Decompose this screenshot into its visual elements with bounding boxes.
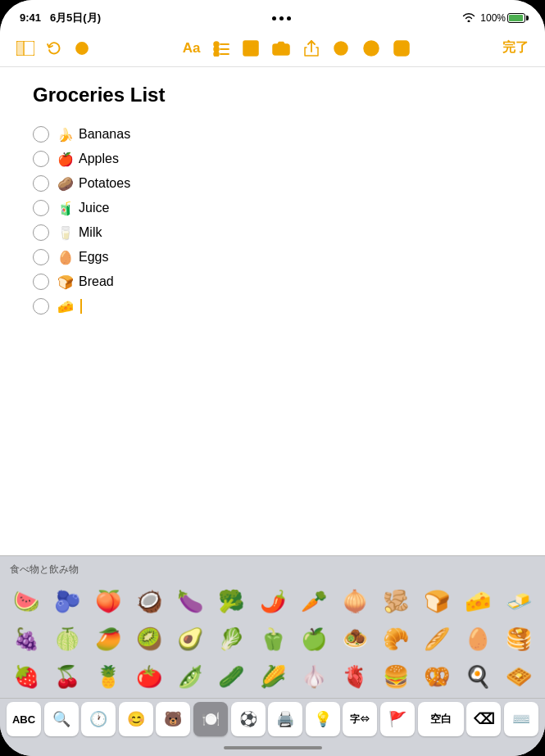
emoji-bread2[interactable]: 🍞: [417, 583, 456, 619]
text-format-icon[interactable]: Aa: [183, 40, 201, 57]
share-icon[interactable]: [303, 40, 320, 57]
emoji-pineapple[interactable]: 🍍: [89, 659, 128, 695]
status-dots: [272, 16, 291, 20]
item-text-bananas: 🍌 Bananas: [57, 127, 130, 143]
food-button[interactable]: 🍽️: [193, 702, 228, 736]
delete-button[interactable]: ⌫: [466, 702, 501, 736]
emoji-avocado[interactable]: 🥑: [170, 621, 210, 657]
edit-icon[interactable]: [393, 40, 410, 57]
sports-icon: ⚽: [239, 710, 257, 728]
keyboard-bottom-bar: ABC 🔍 🕐 😊 🐻 🍽️ ⚽ 🖨️: [0, 698, 545, 740]
emoji-melon[interactable]: 🍈: [48, 621, 87, 657]
done-button[interactable]: 完了: [502, 39, 529, 57]
printer-button[interactable]: 🖨️: [268, 702, 302, 736]
emoji-pepper[interactable]: 🌶️: [252, 583, 292, 619]
emoji-bell-pepper[interactable]: 🫑: [252, 621, 292, 657]
checkbox-milk[interactable]: [33, 224, 49, 241]
toolbar: Aa: [0, 29, 545, 67]
emoji-anatomical-heart[interactable]: 🫀: [335, 659, 375, 695]
space-label: 空白: [430, 712, 452, 727]
symbols-label: 字⇔: [350, 713, 370, 727]
checkbox-apples[interactable]: [33, 151, 49, 167]
emoji-burger[interactable]: 🍔: [376, 659, 416, 695]
bulb-icon: 💡: [314, 710, 332, 728]
checklist-icon[interactable]: [213, 40, 229, 57]
redo-icon[interactable]: [74, 40, 90, 57]
checkbox-juice[interactable]: [33, 200, 49, 216]
checkbox-cheese[interactable]: [33, 298, 49, 315]
markup-icon[interactable]: [333, 40, 349, 57]
emoji-falafel[interactable]: 🧆: [335, 621, 375, 657]
abc-button[interactable]: ABC: [7, 702, 41, 736]
date-display: 6月5日(月): [50, 11, 101, 24]
emoji-coconut[interactable]: 🥥: [129, 583, 169, 619]
emoji-peach[interactable]: 🍑: [89, 583, 128, 619]
emoji-green-apple[interactable]: 🍏: [294, 621, 334, 657]
emoji-pretzel[interactable]: 🥨: [417, 659, 456, 695]
emoji-frying-pan[interactable]: 🍳: [458, 659, 497, 695]
emoji-cherries[interactable]: 🍒: [48, 659, 87, 695]
emoji-corn[interactable]: 🌽: [252, 659, 292, 695]
emoji-kiwi[interactable]: 🥝: [129, 621, 169, 657]
emoji-leafy[interactable]: 🥬: [211, 621, 251, 657]
checkbox-eggs[interactable]: [33, 249, 49, 265]
emoji-baguette[interactable]: 🥖: [417, 621, 456, 657]
emoji-garlic[interactable]: 🧄: [294, 659, 334, 695]
checklist-item-milk: 🥛 Milk: [33, 224, 512, 241]
emoji-cheese2[interactable]: 🧀: [458, 583, 497, 619]
bear-button[interactable]: 🐻: [156, 702, 190, 736]
emoji-oil[interactable]: 🫚: [376, 583, 416, 619]
svg-point-17: [334, 42, 347, 55]
battery-percent: 100%: [480, 12, 506, 24]
sidebar-toggle-icon[interactable]: [16, 41, 34, 56]
flags-icon: 🚩: [388, 710, 406, 728]
emoji-butter[interactable]: 🧈: [499, 583, 538, 619]
recent-button[interactable]: 🕐: [81, 702, 116, 736]
flags-button[interactable]: 🚩: [380, 702, 415, 736]
emoji-face-icon: 😊: [127, 710, 145, 728]
more-icon[interactable]: [362, 39, 380, 57]
checklist-item-bananas: 🍌 Bananas: [33, 126, 512, 143]
bulb-button[interactable]: 💡: [306, 702, 340, 736]
emoji-croissant[interactable]: 🥐: [376, 621, 416, 657]
emoji-strawberry[interactable]: 🍓: [7, 659, 46, 695]
svg-point-20: [370, 47, 372, 48]
table-icon[interactable]: [243, 40, 259, 57]
dot-3: [287, 16, 291, 20]
emoji-carrot[interactable]: 🥕: [294, 583, 334, 619]
symbols-button[interactable]: 字⇔: [343, 702, 377, 736]
emoji-waffle[interactable]: 🧇: [499, 659, 538, 695]
emoji-row-2: 🍇 🍈 🥭 🥝 🥑 🥬 🫑 🍏 🧆 🥐 🥖 🥚 🥞: [7, 621, 538, 657]
checklist-item-cheese: 🧀: [33, 298, 512, 315]
emoji-onion[interactable]: 🧅: [335, 583, 375, 619]
emoji-blueberries[interactable]: 🫐: [48, 583, 87, 619]
space-button[interactable]: 空白: [418, 702, 464, 736]
undo-icon[interactable]: [46, 40, 62, 57]
checkbox-bananas[interactable]: [33, 126, 49, 143]
keyboard-button[interactable]: ⌨️: [504, 702, 538, 736]
checkbox-potatoes[interactable]: [33, 175, 49, 192]
emoji-broccoli[interactable]: 🥦: [211, 583, 251, 619]
emoji-button[interactable]: 😊: [119, 702, 153, 736]
emoji-tomato[interactable]: 🍅: [129, 659, 169, 695]
emoji-row-1: 🍉 🫐 🍑 🥥 🍆 🥦 🌶️ 🥕 🧅 🫚 🍞 🧀 🧈: [7, 583, 538, 619]
svg-point-21: [374, 47, 375, 48]
sports-button[interactable]: ⚽: [231, 702, 266, 736]
battery-container: 100%: [480, 12, 525, 24]
emoji-cucumber[interactable]: 🥒: [211, 659, 251, 695]
toolbar-center-group: Aa: [90, 39, 502, 57]
text-cursor: [80, 299, 82, 314]
emoji-pancakes[interactable]: 🥞: [499, 621, 538, 657]
emoji-mango[interactable]: 🥭: [89, 621, 128, 657]
checkbox-bread[interactable]: [33, 274, 49, 290]
camera-icon[interactable]: [272, 41, 290, 56]
emoji-peas[interactable]: 🫛: [170, 659, 210, 695]
svg-point-19: [367, 47, 369, 48]
emoji-watermelon[interactable]: 🍉: [7, 583, 46, 619]
emoji-egg[interactable]: 🥚: [458, 621, 497, 657]
toolbar-left: [16, 40, 90, 57]
emoji-eggplant[interactable]: 🍆: [170, 583, 210, 619]
search-button[interactable]: 🔍: [44, 702, 79, 736]
emoji-grapes[interactable]: 🍇: [7, 621, 46, 657]
printer-icon: 🖨️: [276, 710, 294, 728]
